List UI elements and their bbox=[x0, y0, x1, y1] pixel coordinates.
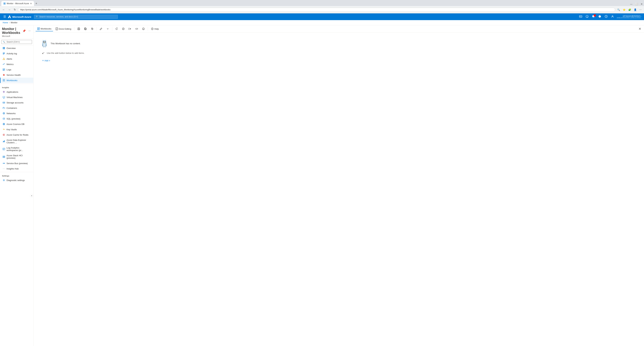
sidebar-item-virtual-machines[interactable]: Virtual Machines bbox=[0, 95, 33, 100]
notification-badge: 1 bbox=[594, 14, 596, 17]
code-editor-icon bbox=[135, 28, 138, 30]
hamburger-menu-button[interactable]: ☰ bbox=[2, 14, 7, 19]
azure-search-input[interactable] bbox=[39, 16, 116, 18]
pin-button[interactable]: 📌 bbox=[22, 29, 26, 33]
address-bar[interactable]: https://portal.azure.com/#blade/Microsof… bbox=[18, 8, 615, 12]
sidebar-label-stack-hci: Azure Stack HCI (preview) bbox=[6, 154, 31, 159]
refresh-toolbar-button[interactable] bbox=[114, 27, 120, 31]
svg-rect-10 bbox=[4, 47, 5, 48]
sidebar-search[interactable]: 🔍 Search (Ctrl+/) bbox=[0, 39, 33, 46]
azure-header: ☰ Microsoft Azure 🔍 1 ? seif.bassem@shie… bbox=[0, 14, 644, 20]
sidebar-item-service-bus[interactable]: Service Bus (preview) bbox=[0, 161, 33, 166]
settings-divider bbox=[0, 172, 33, 172]
svg-rect-11 bbox=[3, 48, 4, 49]
chevron-down-button[interactable] bbox=[105, 27, 111, 31]
svg-point-93 bbox=[43, 44, 46, 47]
save-to-gallery-button[interactable] bbox=[120, 27, 126, 31]
sidebar-collapse-button[interactable]: « bbox=[30, 194, 33, 197]
virtual-machines-icon bbox=[2, 96, 5, 99]
notifications-button[interactable]: 1 bbox=[590, 14, 596, 20]
url-text: https://portal.azure.com/#blade/Microsof… bbox=[20, 9, 613, 11]
sidebar-item-networks[interactable]: Networks bbox=[0, 111, 33, 116]
svg-rect-2 bbox=[4, 4, 4, 4]
workbooks-tab-label: Workbooks bbox=[40, 28, 52, 30]
user-feedback-button[interactable] bbox=[610, 14, 615, 20]
add-icon: + bbox=[42, 59, 44, 62]
svg-point-77 bbox=[122, 28, 124, 30]
sidebar-item-service-health[interactable]: Service Health bbox=[0, 72, 33, 78]
sidebar-item-key-vaults[interactable]: Key Vaults bbox=[0, 127, 33, 132]
user-info[interactable]: seif.bassem@shieldarm... SHIELDARMORED (… bbox=[617, 15, 642, 19]
code-editor-button[interactable] bbox=[134, 27, 140, 31]
data-explorer-icon bbox=[2, 140, 5, 143]
user-org: SHIELDARMORED (SHIELDARMO... bbox=[617, 17, 642, 19]
sidebar-label-service-health: Service Health bbox=[6, 74, 21, 76]
empty-state-message: This Workbook has no content. bbox=[40, 39, 80, 48]
page-title: Monitor | Workbooks bbox=[2, 27, 20, 35]
help-button[interactable]: ? Help bbox=[149, 27, 160, 31]
sidebar-item-insights-hub[interactable]: ··· Insights Hub bbox=[0, 166, 33, 171]
maximize-button[interactable]: ⬜ bbox=[634, 2, 639, 6]
sidebar-item-logs[interactable]: Logs bbox=[0, 67, 33, 72]
bookmark-button[interactable]: ⭐ bbox=[622, 8, 626, 12]
save-button[interactable] bbox=[76, 27, 82, 31]
svg-line-78 bbox=[136, 28, 137, 30]
sidebar-item-alerts[interactable]: ! Alerts bbox=[0, 56, 33, 62]
workbook-settings-button[interactable] bbox=[89, 27, 95, 31]
close-workbook-button[interactable]: ✕ bbox=[638, 27, 642, 31]
more-options-button[interactable]: ··· bbox=[28, 29, 31, 33]
workbooks-tab[interactable]: Workbooks bbox=[36, 26, 53, 31]
toolbar-sep-4 bbox=[148, 27, 148, 31]
sidebar-item-stack-hci[interactable]: Azure Stack HCI (preview) bbox=[0, 153, 33, 161]
help-button[interactable]: ? bbox=[603, 14, 609, 20]
sidebar-item-diagnostic-settings[interactable]: Diagnostic settings bbox=[0, 178, 33, 183]
add-button[interactable]: + Add ∨ bbox=[40, 58, 52, 63]
sidebar-item-activity-log[interactable]: Activity log bbox=[0, 51, 33, 56]
feedback-button[interactable] bbox=[584, 14, 590, 20]
share-link-button[interactable] bbox=[127, 27, 133, 31]
sidebar-item-workbooks[interactable]: Workbooks bbox=[0, 78, 33, 83]
empty-state: This Workbook has no content. ↙ Use the … bbox=[37, 36, 641, 67]
forward-button[interactable]: → bbox=[7, 8, 12, 12]
back-button[interactable]: ← bbox=[1, 8, 6, 12]
done-editing-button[interactable]: Done Editing bbox=[54, 27, 73, 31]
sidebar-search-input[interactable]: 🔍 Search (Ctrl+/) bbox=[1, 40, 32, 44]
browser-search-button[interactable]: 🔍 bbox=[616, 8, 621, 12]
edit-button[interactable] bbox=[98, 27, 104, 31]
sidebar-item-applications[interactable]: Applications bbox=[0, 89, 33, 95]
sidebar-item-log-analytics[interactable]: Log Analytics workspaces (pr... bbox=[0, 145, 33, 153]
sidebar-item-cache-redis[interactable]: Azure Cache for Redis bbox=[0, 132, 33, 137]
cloud-shell-button[interactable] bbox=[578, 14, 584, 20]
sidebar-item-overview[interactable]: Overview bbox=[0, 46, 33, 51]
copy-button[interactable] bbox=[82, 27, 88, 31]
svg-text:?: ? bbox=[152, 28, 153, 30]
sidebar-item-containers[interactable]: Containers bbox=[0, 105, 33, 111]
sidebar-item-storage-accounts[interactable]: Storage accounts bbox=[0, 100, 33, 105]
tab-close-button[interactable]: ✕ bbox=[30, 2, 32, 5]
sidebar-label-data-explorer: Azure Data Explorer Clusters ... bbox=[6, 139, 31, 144]
breadcrumb-home[interactable]: Home bbox=[3, 22, 8, 24]
sidebar-item-data-explorer[interactable]: Azure Data Explorer Clusters ... bbox=[0, 137, 33, 145]
sidebar-item-metrics[interactable]: Metrics bbox=[0, 62, 33, 67]
refresh-button[interactable]: ↻ bbox=[13, 7, 17, 12]
close-window-button[interactable]: ✕ bbox=[639, 2, 644, 6]
active-tab[interactable]: Monitor - Microsoft Azure ✕ bbox=[1, 1, 34, 6]
emoji-button[interactable] bbox=[140, 27, 146, 31]
browser-more-button[interactable]: ⋯ bbox=[638, 8, 643, 12]
svg-point-25 bbox=[3, 91, 4, 92]
sidebar-item-cosmos-db[interactable]: Azure Cosmos DB bbox=[0, 121, 33, 127]
svg-point-27 bbox=[4, 93, 4, 93]
azure-search-bar[interactable]: 🔍 bbox=[34, 15, 118, 19]
extensions-button[interactable]: 🧩 bbox=[627, 8, 632, 12]
profile-button[interactable]: 👤 bbox=[633, 8, 638, 12]
main-layout: Monitor | Workbooks 📌 ··· Microsoft 🔍 Se… bbox=[0, 25, 644, 346]
sidebar-item-sql-preview[interactable]: SQL (preview) bbox=[0, 116, 33, 121]
svg-point-81 bbox=[144, 29, 144, 29]
settings-button[interactable] bbox=[597, 14, 602, 20]
sidebar-label-diagnostic-settings: Diagnostic settings bbox=[6, 179, 25, 182]
svg-point-28 bbox=[3, 92, 3, 92]
svg-rect-14 bbox=[3, 53, 5, 54]
new-tab-button[interactable]: + bbox=[34, 1, 38, 6]
minimize-button[interactable]: — bbox=[629, 2, 634, 6]
workbooks-icon bbox=[2, 79, 5, 82]
